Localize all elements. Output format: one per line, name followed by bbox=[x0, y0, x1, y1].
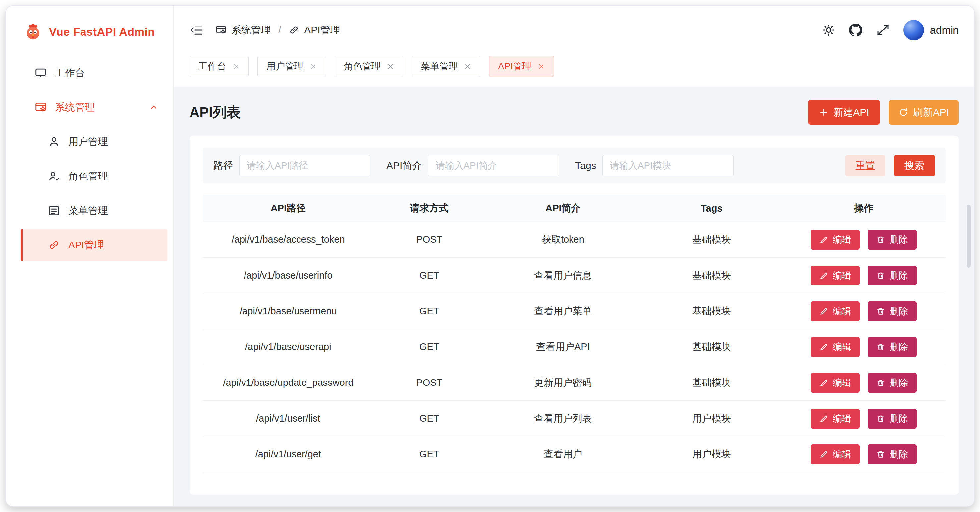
filter-bar: 路径 API简介 Tags 重置 搜索 bbox=[203, 148, 945, 183]
theme-toggle-button[interactable] bbox=[822, 24, 835, 37]
list-icon bbox=[48, 204, 60, 217]
tab-bar: 工作台 用户管理 角色管理 菜单管理 API管理 bbox=[173, 54, 974, 87]
edit-button[interactable]: 编辑 bbox=[811, 444, 860, 464]
person-check-icon bbox=[48, 170, 60, 183]
edit-label: 编辑 bbox=[832, 448, 851, 461]
api-method-cell: GET bbox=[374, 270, 485, 281]
row-actions-cell: 编辑 删除 bbox=[782, 444, 945, 464]
delete-button[interactable]: 删除 bbox=[868, 444, 917, 464]
edit-label: 编辑 bbox=[832, 269, 851, 282]
table-header-row: API路径 请求方式 API简介 Tags 操作 bbox=[203, 195, 945, 222]
sidebar-item-roles[interactable]: 角色管理 bbox=[21, 160, 167, 192]
tab-close-icon[interactable] bbox=[387, 63, 394, 70]
trash-icon bbox=[876, 450, 885, 459]
create-api-button[interactable]: 新建API bbox=[808, 100, 880, 124]
edit-button[interactable]: 编辑 bbox=[811, 301, 860, 321]
sidebar-item-system[interactable]: 系统管理 bbox=[21, 91, 167, 123]
trash-icon bbox=[876, 378, 885, 387]
github-icon bbox=[849, 24, 862, 37]
api-path-cell: /api/v1/base/userinfo bbox=[203, 270, 374, 281]
breadcrumb-item-api[interactable]: API管理 bbox=[288, 24, 340, 37]
breadcrumb-label: 系统管理 bbox=[231, 24, 271, 37]
reset-button[interactable]: 重置 bbox=[845, 155, 885, 176]
fullscreen-button[interactable] bbox=[876, 24, 889, 37]
edit-label: 编辑 bbox=[832, 305, 851, 318]
pencil-icon bbox=[819, 343, 828, 351]
api-method-cell: GET bbox=[374, 342, 485, 352]
edit-button[interactable]: 编辑 bbox=[811, 373, 860, 393]
sidebar-item-label: 用户管理 bbox=[68, 135, 108, 149]
delete-button[interactable]: 删除 bbox=[868, 301, 917, 321]
sidebar-item-api[interactable]: API管理 bbox=[21, 229, 167, 261]
tags-filter-input[interactable] bbox=[602, 155, 733, 176]
path-filter-input[interactable] bbox=[239, 155, 371, 176]
plus-icon bbox=[819, 107, 829, 117]
api-summary-cell: 查看用户信息 bbox=[485, 269, 641, 282]
tab-close-icon[interactable] bbox=[309, 63, 317, 70]
window-gear-icon bbox=[215, 24, 227, 36]
tab-api[interactable]: API管理 bbox=[489, 56, 554, 77]
edit-button[interactable]: 编辑 bbox=[811, 230, 860, 250]
api-summary-cell: 更新用户密码 bbox=[485, 376, 641, 390]
delete-label: 删除 bbox=[889, 412, 908, 425]
trash-icon bbox=[876, 343, 885, 351]
api-path-cell: /api/v1/base/usermenu bbox=[203, 306, 374, 316]
row-actions-cell: 编辑 删除 bbox=[782, 266, 945, 285]
brand[interactable]: Vue FastAPI Admin bbox=[6, 6, 173, 57]
breadcrumb: 系统管理 / API管理 bbox=[215, 24, 340, 37]
api-tags-cell: 基础模块 bbox=[641, 233, 782, 246]
refresh-api-button[interactable]: 刷新API bbox=[889, 100, 959, 124]
page-content: API列表 新建API 刷新API 路径 bbox=[173, 87, 974, 506]
scrollbar-thumb[interactable] bbox=[967, 205, 971, 267]
avatar bbox=[904, 20, 924, 40]
tab-label: 用户管理 bbox=[266, 60, 304, 73]
page-header: API列表 新建API 刷新API bbox=[173, 87, 974, 136]
chevron-up-icon bbox=[149, 102, 159, 112]
user-menu[interactable]: admin bbox=[904, 20, 959, 40]
delete-button[interactable]: 删除 bbox=[868, 337, 917, 357]
api-summary-cell: 查看用户列表 bbox=[485, 412, 641, 425]
tab-label: 工作台 bbox=[199, 60, 226, 73]
col-header-summary: API简介 bbox=[485, 202, 641, 215]
col-header-actions: 操作 bbox=[782, 202, 945, 215]
tab-close-icon[interactable] bbox=[464, 63, 471, 70]
tab-workbench[interactable]: 工作台 bbox=[189, 56, 249, 77]
delete-button[interactable]: 删除 bbox=[868, 409, 917, 429]
api-tags-cell: 用户模块 bbox=[641, 412, 782, 425]
create-api-label: 新建API bbox=[833, 106, 869, 119]
delete-button[interactable]: 删除 bbox=[868, 266, 917, 285]
sidebar-item-workbench[interactable]: 工作台 bbox=[21, 57, 167, 89]
table-row: /api/v1/base/access_token POST 获取token 基… bbox=[203, 222, 945, 258]
summary-filter-input[interactable] bbox=[428, 155, 559, 176]
api-table-body: /api/v1/base/access_token POST 获取token 基… bbox=[203, 222, 945, 472]
api-tags-cell: 用户模块 bbox=[641, 448, 782, 461]
tab-menus[interactable]: 菜单管理 bbox=[412, 56, 480, 77]
api-tags-cell: 基础模块 bbox=[641, 376, 782, 390]
delete-button[interactable]: 删除 bbox=[868, 373, 917, 393]
sidebar-item-users[interactable]: 用户管理 bbox=[21, 126, 167, 157]
edit-button[interactable]: 编辑 bbox=[811, 337, 860, 357]
tab-close-icon[interactable] bbox=[232, 63, 240, 70]
edit-button[interactable]: 编辑 bbox=[811, 266, 860, 285]
api-method-cell: GET bbox=[374, 306, 485, 316]
sidebar-item-label: API管理 bbox=[68, 239, 104, 252]
api-method-cell: POST bbox=[374, 377, 485, 388]
search-button[interactable]: 搜索 bbox=[894, 155, 935, 176]
table-row: /api/v1/base/userapi GET 查看用户API 基础模块 编辑… bbox=[203, 329, 945, 365]
api-path-cell: /api/v1/base/access_token bbox=[203, 234, 374, 245]
sidebar-item-menus[interactable]: 菜单管理 bbox=[21, 195, 167, 227]
table-row: /api/v1/user/get GET 查看用户 用户模块 编辑 删除 bbox=[203, 436, 945, 472]
sidebar-collapse-button[interactable] bbox=[189, 23, 204, 37]
table-row: /api/v1/base/userinfo GET 查看用户信息 基础模块 编辑… bbox=[203, 258, 945, 293]
tab-roles[interactable]: 角色管理 bbox=[335, 56, 403, 77]
tab-users[interactable]: 用户管理 bbox=[258, 56, 326, 77]
github-link[interactable] bbox=[849, 24, 862, 37]
edit-button[interactable]: 编辑 bbox=[811, 409, 860, 429]
sidebar-item-label: 角色管理 bbox=[68, 170, 108, 183]
api-path-cell: /api/v1/base/update_password bbox=[203, 377, 374, 388]
pencil-icon bbox=[819, 378, 828, 387]
api-path-cell: /api/v1/user/get bbox=[203, 449, 374, 460]
breadcrumb-item-system[interactable]: 系统管理 bbox=[215, 24, 271, 37]
tab-close-icon[interactable] bbox=[538, 63, 545, 70]
delete-button[interactable]: 删除 bbox=[868, 230, 917, 250]
